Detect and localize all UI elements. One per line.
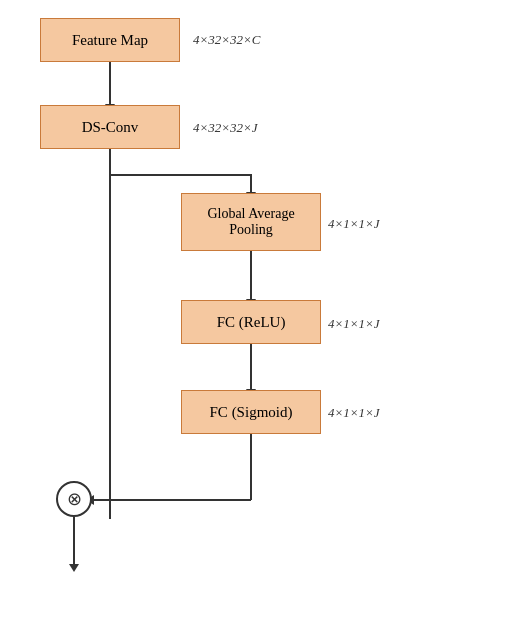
arrow-gap-to-fcrelu [250,251,252,300]
architecture-diagram: Feature Map DS-Conv Global AveragePoolin… [0,0,516,618]
arrow-to-gap [250,174,252,193]
multiply-node: ⊗ [56,481,92,517]
line-dsconv-to-gap-h [109,174,251,176]
line-fcsigmoid-down [250,434,252,500]
multiply-symbol: ⊗ [67,488,82,510]
arrow-feature-to-dsconv [109,62,111,105]
dim-dsconv-label: 4×32×32×J [193,120,258,136]
dim-fcrelu-label: 4×1×1×J [328,316,380,332]
dim-gap-label: 4×1×1×J [328,216,380,232]
dim-fcsigmoid-label: 4×1×1×J [328,405,380,421]
arrow-fcrelu-to-fcsigmoid [250,344,252,390]
fc-relu-box: FC (ReLU) [181,300,321,344]
dim-feature-label: 4×32×32×C [193,32,261,48]
ds-conv-box: DS-Conv [40,105,180,149]
feature-map-box: Feature Map [40,18,180,62]
gap-label: Global AveragePooling [207,206,294,238]
arrow-to-multiply [93,499,251,501]
fc-sigmoid-box: FC (Sigmoid) [181,390,321,434]
line-dsconv-left-down [109,149,111,519]
arrow-multiply-out [73,517,75,565]
gap-box: Global AveragePooling [181,193,321,251]
